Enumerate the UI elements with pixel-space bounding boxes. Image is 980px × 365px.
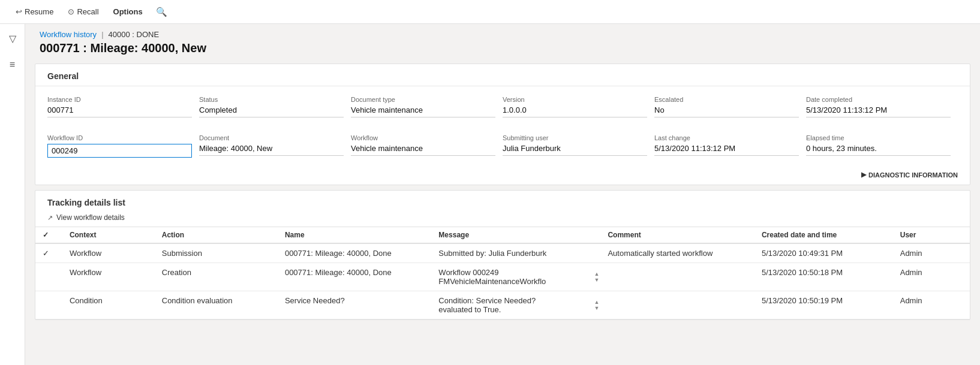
nav-recall[interactable]: ⊙ Recall [62, 4, 104, 20]
workflow-id-input[interactable]: 000249 [47, 144, 192, 158]
version-label: Version [503, 96, 647, 103]
col-header-context[interactable]: Context [62, 227, 155, 243]
document-type-value: Vehicle maintenance [351, 105, 495, 117]
nav-recall-label: Recall [77, 7, 98, 16]
comment-cell [600, 291, 754, 319]
message-cell: Condition: Service Needed? evaluated to … [431, 291, 600, 319]
main-content: Workflow history | 40000 : DONE 000771 :… [25, 24, 980, 365]
fields-row1: Instance ID 000771 Status Completed Docu… [35, 86, 970, 127]
view-workflow-link[interactable]: View workflow details [56, 213, 125, 222]
menu-icon[interactable]: ≡ [4, 56, 21, 73]
sidebar: ▽ ≡ [0, 24, 25, 365]
field-document-type: Document type Vehicle maintenance [351, 93, 503, 120]
version-value: 1.0.0.0 [503, 105, 647, 117]
general-header: General [35, 64, 970, 86]
tracking-table: ✓ Context Action Name Message Comment Cr… [35, 227, 970, 319]
nav-resume[interactable]: ↩ Resume [10, 4, 59, 20]
col-header-message[interactable]: Message [431, 227, 600, 243]
context-cell: Workflow [62, 243, 155, 263]
view-workflow-row: ↗ View workflow details [35, 211, 970, 227]
tracking-header: Tracking details list [35, 191, 970, 211]
nav-options[interactable]: Options [107, 4, 149, 20]
scroll-down-icon[interactable]: ▼ [594, 277, 600, 283]
nav-resume-label: Resume [25, 7, 53, 16]
context-cell: Condition [62, 291, 155, 319]
message-cell: Submitted by: Julia Funderburk [431, 243, 600, 263]
field-elapsed-time: Elapsed time 0 hours, 23 minutes. [806, 132, 958, 160]
general-section: General Instance ID 000771 Status Comple… [35, 64, 970, 185]
status-value: Completed [199, 105, 344, 117]
message-cell: Workflow 000249 FMVehicleMaintenanceWork… [431, 263, 600, 291]
action-cell: Creation [155, 263, 278, 291]
document-value: Mileage: 40000, New [199, 144, 344, 156]
workflow-label: Workflow [351, 134, 495, 141]
check-cell [35, 263, 62, 291]
table-row: ✓WorkflowSubmission000771: Mileage: 4000… [35, 243, 970, 263]
last-change-value: 5/13/2020 11:13:12 PM [654, 144, 799, 156]
breadcrumb-separator: | [101, 30, 103, 39]
action-cell: Submission [155, 243, 278, 263]
elapsed-time-value: 0 hours, 23 minutes. [806, 144, 951, 156]
breadcrumb-link[interactable]: Workflow history [40, 30, 97, 39]
elapsed-time-label: Elapsed time [806, 134, 951, 141]
context-cell: Workflow [62, 263, 155, 291]
user-cell: Admin [893, 263, 970, 291]
resume-icon: ↩ [16, 7, 22, 16]
escalated-label: Escalated [654, 96, 799, 103]
field-date-completed: Date completed 5/13/2020 11:13:12 PM [806, 93, 958, 120]
table-row: WorkflowCreation000771: Mileage: 40000, … [35, 263, 970, 291]
field-last-change: Last change 5/13/2020 11:13:12 PM [654, 132, 806, 160]
status-label: Status [199, 96, 344, 103]
col-header-action[interactable]: Action [155, 227, 278, 243]
page-header: Workflow history | 40000 : DONE 000771 :… [25, 24, 980, 59]
page-layout: ▽ ≡ Workflow history | 40000 : DONE 0007… [0, 24, 980, 365]
comment-cell [600, 263, 754, 291]
field-workflow: Workflow Vehicle maintenance [351, 132, 503, 160]
col-header-datetime[interactable]: Created date and time [754, 227, 893, 243]
scroll-up-icon[interactable]: ▲ [594, 300, 600, 305]
recall-icon: ⊙ [68, 7, 74, 16]
last-change-label: Last change [654, 134, 799, 141]
name-cell: Service Needed? [278, 291, 431, 319]
field-workflow-id: Workflow ID 000249 [47, 132, 199, 160]
col-header-name[interactable]: Name [278, 227, 431, 243]
col-header-comment[interactable]: Comment [600, 227, 754, 243]
table-header-row: ✓ Context Action Name Message Comment Cr… [35, 227, 970, 243]
page-title: 000771 : Mileage: 40000, New [40, 41, 966, 55]
name-cell: 000771: Mileage: 40000, Done [278, 243, 431, 263]
nav-options-label: Options [113, 7, 143, 16]
diagnostic-label: DIAGNOSTIC INFORMATION [868, 171, 958, 179]
diagnostic-link[interactable]: ▶ DIAGNOSTIC INFORMATION [47, 171, 958, 179]
tracking-section: Tracking details list ↗ View workflow de… [35, 190, 970, 320]
field-document: Document Mileage: 40000, New [199, 132, 351, 160]
field-version: Version 1.0.0.0 [503, 93, 654, 120]
workflow-value: Vehicle maintenance [351, 144, 495, 156]
arrow-up-right-icon: ↗ [47, 214, 53, 222]
table-row: ConditionCondition evaluationService Nee… [35, 291, 970, 319]
field-submitting-user: Submitting user Julia Funderburk [503, 132, 654, 160]
submitting-user-value: Julia Funderburk [503, 144, 647, 156]
check-cell: ✓ [35, 243, 62, 263]
top-navigation: ↩ Resume ⊙ Recall Options 🔍 [0, 0, 980, 24]
breadcrumb: Workflow history | 40000 : DONE [40, 30, 966, 39]
check-cell [35, 291, 62, 319]
col-header-user[interactable]: User [893, 227, 970, 243]
date-completed-value: 5/13/2020 11:13:12 PM [806, 105, 951, 117]
instance-id-label: Instance ID [47, 96, 192, 103]
date-completed-label: Date completed [806, 96, 951, 103]
datetime-cell: 5/13/2020 10:50:19 PM [754, 291, 893, 319]
action-cell: Condition evaluation [155, 291, 278, 319]
search-button[interactable]: 🔍 [151, 3, 172, 21]
escalated-value: No [654, 105, 799, 117]
fields-row2: Workflow ID 000249 Document Mileage: 400… [35, 127, 970, 167]
submitting-user-label: Submitting user [503, 134, 647, 141]
scroll-down-icon[interactable]: ▼ [594, 306, 600, 311]
workflow-id-label: Workflow ID [47, 134, 192, 141]
filter-icon[interactable]: ▽ [4, 30, 21, 47]
user-cell: Admin [893, 291, 970, 319]
instance-id-value: 000771 [47, 105, 192, 117]
document-type-label: Document type [351, 96, 495, 103]
scroll-up-icon[interactable]: ▲ [594, 272, 600, 277]
field-escalated: Escalated No [654, 93, 806, 120]
chevron-right-icon: ▶ [861, 171, 866, 179]
